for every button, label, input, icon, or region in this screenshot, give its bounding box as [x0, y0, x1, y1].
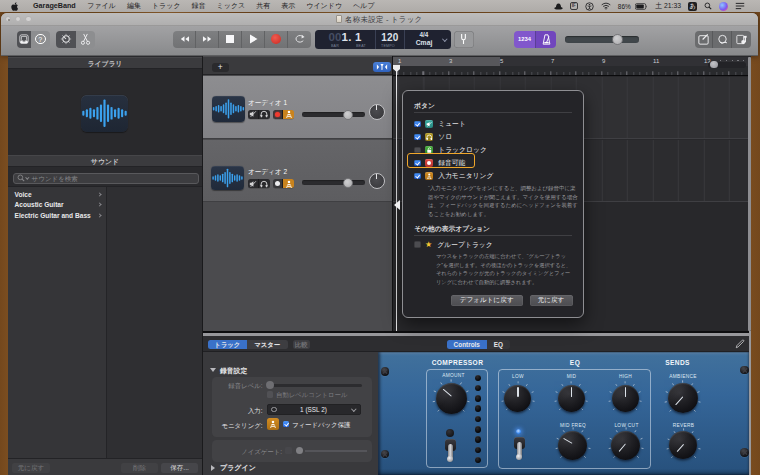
- lcd-display[interactable]: 001. 1 BAR BEAT 120 TEMPO 4/4 Cmaj: [315, 30, 451, 49]
- track-volume-slider[interactable]: [302, 112, 365, 117]
- eq-low-cut-knob[interactable]: [608, 427, 644, 463]
- track-icon[interactable]: [212, 96, 245, 122]
- compressor-switch[interactable]: [444, 439, 457, 465]
- quick-help-button[interactable]: ?: [31, 31, 50, 48]
- cycle-button[interactable]: [288, 31, 311, 48]
- popover-row-group-track[interactable]: ★ グループトラック: [414, 240, 493, 249]
- sound-search-field[interactable]: サウンドを検索: [13, 173, 199, 184]
- track-record-enable-button[interactable]: [273, 110, 284, 119]
- hat-menu-icon[interactable]: [550, 2, 566, 10]
- track-header-config-button[interactable]: [373, 62, 391, 72]
- feedback-protection-checkbox[interactable]: [283, 421, 290, 428]
- popover-revert-button[interactable]: 元に戻す: [530, 295, 573, 306]
- plugins-disclosure[interactable]: [211, 465, 218, 471]
- popover-row-solo[interactable]: ソロ: [414, 133, 452, 142]
- recording-settings-disclosure[interactable]: [210, 368, 216, 375]
- master-volume-thumb[interactable]: [612, 34, 623, 45]
- track-solo-button[interactable]: [259, 179, 270, 188]
- track-mute-button[interactable]: [248, 179, 259, 188]
- track-divider-handle[interactable]: [394, 200, 400, 210]
- menu-item-file[interactable]: ファイル: [82, 0, 122, 12]
- input-select[interactable]: 1 (SSL 2): [267, 404, 361, 415]
- sends-ambience-knob[interactable]: [664, 380, 701, 417]
- track-row-audio-1[interactable]: オーディオ 1: [203, 76, 392, 139]
- menu-item-view[interactable]: 表示: [276, 0, 301, 12]
- notification-center-icon[interactable]: [732, 2, 760, 10]
- track-record-enable-button[interactable]: [273, 179, 284, 188]
- record-button[interactable]: [265, 31, 288, 48]
- menu-item-track[interactable]: トラック: [146, 0, 186, 12]
- record-level-slider[interactable]: [266, 384, 362, 387]
- monitoring-toggle-button[interactable]: [267, 418, 280, 430]
- library-category-electric-guitar[interactable]: Electric Guitar and Bass: [15, 212, 107, 219]
- tab-track[interactable]: トラック: [208, 340, 248, 350]
- track-solo-button[interactable]: [259, 110, 270, 119]
- track-pan-knob[interactable]: [369, 104, 385, 120]
- mute-checkbox[interactable]: [414, 121, 421, 128]
- zoom-slider-thumb[interactable]: [710, 61, 718, 69]
- tab-eq[interactable]: EQ: [487, 340, 511, 350]
- track-pan-knob[interactable]: [369, 173, 385, 189]
- media-browser-button[interactable]: [732, 31, 751, 48]
- track-mute-button[interactable]: [248, 110, 259, 119]
- menu-item-edit[interactable]: 編集: [121, 0, 146, 12]
- noise-gate-thumb[interactable]: [296, 447, 303, 454]
- if-app-menu-icon[interactable]: IF: [566, 2, 581, 10]
- record-level-thumb[interactable]: [266, 381, 274, 389]
- eq-low-knob[interactable]: [501, 381, 535, 415]
- rewind-button[interactable]: [173, 31, 196, 48]
- add-track-button[interactable]: +: [212, 63, 229, 73]
- metronome-button[interactable]: [535, 31, 556, 48]
- eq-mid-freq-knob[interactable]: [555, 427, 591, 463]
- loop-browser-button[interactable]: [713, 31, 732, 48]
- menu-item-window[interactable]: ウインドウ: [301, 0, 348, 12]
- track-input-monitoring-button[interactable]: [283, 179, 294, 188]
- popover-row-mute[interactable]: ミュート: [414, 120, 466, 129]
- track-volume-slider[interactable]: [302, 180, 365, 185]
- restore-defaults-button[interactable]: デフォルトに戻す: [451, 295, 523, 306]
- tab-master[interactable]: マスター: [247, 340, 288, 350]
- menu-clock[interactable]: 土 21:33: [652, 1, 685, 11]
- note-pad-button[interactable]: [695, 31, 714, 48]
- track-input-monitoring-button[interactable]: [283, 110, 294, 119]
- noise-gate-slider[interactable]: [305, 450, 367, 452]
- track-name[interactable]: オーディオ 2: [248, 168, 287, 177]
- track-icon[interactable]: [211, 166, 244, 190]
- library-revert-button[interactable]: 元に戻す: [12, 463, 50, 474]
- accessibility-menu-icon[interactable]: [581, 2, 597, 11]
- compressor-amount-knob[interactable]: [432, 379, 470, 417]
- eq-mid-knob[interactable]: [554, 381, 588, 415]
- library-save-button[interactable]: 保存...: [161, 463, 198, 474]
- timeline-scrollbar[interactable]: [748, 57, 750, 331]
- menu-item-garageband[interactable]: GarageBand: [27, 0, 82, 12]
- compare-button[interactable]: 比較: [293, 340, 311, 350]
- auto-level-checkbox[interactable]: [267, 391, 274, 398]
- title-bar[interactable]: 名称未設定 - トラック: [1, 13, 758, 27]
- eq-switch[interactable]: [513, 437, 526, 463]
- menu-item-help[interactable]: ヘルプ: [348, 0, 381, 12]
- sends-reverb-knob[interactable]: [666, 428, 701, 463]
- stop-button[interactable]: [219, 31, 242, 48]
- edit-pencil-icon[interactable]: [735, 339, 745, 349]
- menu-item-record[interactable]: 録音: [186, 0, 211, 12]
- popover-row-input-monitoring[interactable]: 入力モニタリング: [414, 172, 494, 181]
- editors-button[interactable]: [76, 31, 96, 48]
- siri-icon[interactable]: [716, 2, 732, 11]
- solo-checkbox[interactable]: [414, 134, 421, 141]
- master-volume-slider[interactable]: [565, 36, 639, 43]
- playhead[interactable]: [396, 65, 397, 331]
- track-row-audio-2[interactable]: オーディオ 2: [203, 140, 392, 203]
- ruler[interactable]: 1 3 5 7 9 11 13: [393, 57, 751, 66]
- menu-item-share[interactable]: 共有: [251, 0, 276, 12]
- forward-button[interactable]: [196, 31, 219, 48]
- input-monitoring-checkbox[interactable]: [414, 173, 421, 180]
- compressor-mini-knob[interactable]: [446, 429, 454, 437]
- library-delete-button[interactable]: 削除: [121, 463, 158, 474]
- apple-menu[interactable]: [0, 2, 27, 11]
- menu-item-mix[interactable]: ミックス: [211, 0, 251, 12]
- smart-controls-button[interactable]: [56, 31, 76, 48]
- spotlight-icon[interactable]: [701, 2, 716, 10]
- track-volume-thumb[interactable]: [343, 178, 353, 188]
- input-source-icon[interactable]: あ: [685, 2, 701, 11]
- tab-controls[interactable]: Controls: [447, 340, 487, 350]
